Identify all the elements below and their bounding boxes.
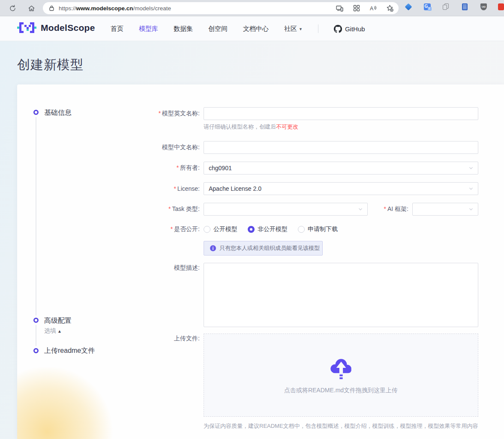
brand-name: ModelScope — [41, 23, 95, 33]
nav-divider — [318, 24, 318, 33]
radio-icon[interactable] — [248, 226, 255, 233]
radio-icon[interactable] — [298, 226, 305, 233]
modelscope-logo[interactable]: ModelScope — [17, 22, 95, 33]
favorite-star-add-icon[interactable] — [386, 5, 393, 12]
read-aloud-icon[interactable]: A — [369, 5, 377, 12]
field-label-task-type: *Task 类型: — [17, 205, 204, 213]
model-name-zh-input[interactable] — [204, 141, 478, 154]
model-name-hint: 请仔细确认模型名称，创建后不可更改 — [204, 123, 298, 131]
visibility-radio-group: 公开模型 非公开模型 申请制下载 — [204, 226, 338, 233]
field-label-visibility: *是否公开: — [17, 226, 204, 233]
home-icon[interactable] — [27, 3, 36, 13]
upload-drop-text: 点击或将README.md文件拖拽到这里上传 — [284, 387, 398, 394]
caret-down-icon: ▼ — [299, 27, 303, 31]
google-translate-extension-icon[interactable]: G文 — [423, 3, 431, 10]
field-label-upload: 上传文件: — [17, 334, 204, 343]
owner-select[interactable]: chg0901 — [204, 162, 478, 174]
radio-icon[interactable] — [204, 226, 210, 233]
field-label-license: *License: — [17, 185, 204, 192]
nav-item-datasets[interactable]: 数据集 — [174, 25, 193, 33]
chevron-down-icon — [468, 165, 474, 171]
address-bar[interactable]: https://www.modelscope.cn/models/create … — [43, 2, 399, 14]
readme-upload-dropzone[interactable]: 点击或将README.md文件拖拽到这里上传 — [204, 334, 478, 417]
cloud-upload-icon — [328, 356, 354, 381]
radio-private-model[interactable]: 非公开模型 — [248, 226, 288, 233]
field-label-model-name-en: *模型英文名称: — [17, 110, 204, 117]
svg-text:A: A — [370, 6, 374, 12]
copy-pages-extension-icon[interactable] — [442, 3, 450, 10]
model-name-en-input[interactable] — [204, 107, 478, 120]
chevron-down-icon — [358, 207, 363, 212]
field-label-model-name-zh: 模型中文名称: — [17, 144, 204, 151]
nav-item-studios[interactable]: 创空间 — [208, 25, 228, 33]
page-title: 创建新模型 — [17, 56, 84, 74]
send-to-device-icon[interactable] — [336, 5, 343, 12]
visibility-notice: 只有您本人或相关组织成员能看见该模型 — [204, 241, 323, 256]
url-text[interactable]: https://www.modelscope.cn/models/create — [59, 5, 336, 12]
nav-item-docs[interactable]: 文档中心 — [243, 25, 269, 33]
modelscope-logo-icon — [17, 22, 36, 33]
refresh-icon[interactable] — [8, 3, 17, 13]
chevron-down-icon — [468, 186, 474, 191]
radio-request-download[interactable]: 申请制下载 — [298, 226, 338, 233]
site-header: ModelScope 首页 模型库 数据集 创空间 文档中心 社区▼ GitHu… — [0, 16, 504, 41]
nav-item-home[interactable]: 首页 — [111, 25, 123, 33]
radio-public-model[interactable]: 公开模型 — [204, 226, 237, 233]
browser-toolbar: https://www.modelscope.cn/models/create … — [0, 0, 504, 16]
info-icon — [210, 245, 216, 251]
field-label-ai-framework: *AI 框架: — [368, 205, 412, 213]
reader-app-extension-icon[interactable] — [461, 3, 468, 10]
task-type-select[interactable] — [204, 203, 368, 216]
field-label-description: 模型描述: — [17, 263, 204, 272]
github-link[interactable]: GitHub — [334, 25, 365, 33]
lock-icon[interactable] — [49, 5, 54, 11]
create-model-card: 基础信息 高级配置 选填▲ 上传readme文件 *模型英文名称: 请仔细确认模… — [17, 84, 504, 439]
github-icon — [334, 25, 342, 33]
nav-item-models[interactable]: 模型库 — [139, 25, 158, 33]
license-select[interactable]: Apache License 2.0 — [204, 182, 478, 195]
caret-up-icon: ▲ — [57, 329, 62, 334]
blue-diamond-extension-icon[interactable] — [405, 3, 412, 10]
chevron-down-icon — [468, 207, 474, 212]
clipped-red-extension-icon[interactable] — [497, 3, 504, 10]
ublock-shield-extension-icon[interactable]: UO — [480, 3, 487, 10]
collections-grid-icon[interactable] — [353, 5, 360, 12]
ai-framework-select[interactable] — [412, 203, 478, 216]
model-description-textarea[interactable] — [204, 263, 478, 327]
field-label-owner: *所有者: — [17, 164, 204, 172]
required-marker: * — [159, 110, 161, 117]
readme-content-hint: 为保证内容质量，建议README文档中，包含模型概述，模型介绍，模型训练，模型推… — [204, 422, 478, 430]
nav-item-community[interactable]: 社区▼ — [284, 25, 303, 33]
